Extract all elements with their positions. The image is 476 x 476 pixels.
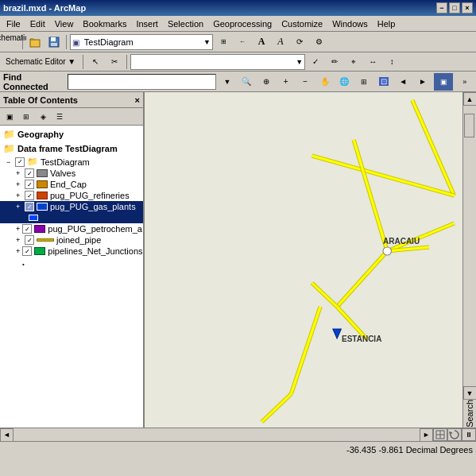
endcap-checkbox[interactable]: ✓ [25, 180, 34, 189]
toc-close[interactable]: × [135, 95, 140, 105]
toc-petrochem[interactable]: + ✓ pug_PUG_petrochem_a [0, 223, 143, 234]
zoom-out[interactable]: − [297, 73, 314, 91]
flip2-btn[interactable]: ↕ [383, 53, 401, 71]
find-dropdown[interactable]: ▼ [219, 73, 236, 91]
fullext-tool[interactable]: ⊞ [356, 73, 373, 91]
more-tools[interactable]: » [456, 73, 473, 91]
petrochem-symbol [34, 225, 45, 233]
validate-btn[interactable]: ✓ [307, 53, 324, 71]
tool2-btn[interactable]: ✂ [106, 53, 123, 71]
junctions-checkbox[interactable]: ✓ [22, 246, 32, 256]
separator2 [66, 35, 67, 49]
save-btn[interactable] [45, 33, 63, 51]
gasplants-checkbox[interactable]: ✓ [25, 202, 34, 211]
bottom-scrollbar: ◄ ► II [0, 428, 476, 441]
petrochem-label: pug_PUG_petrochem_a [48, 224, 142, 234]
schematic-editor-label: Schematic Editor ▼ [6, 57, 75, 66]
title-text: brazil.mxd - ArcMap [3, 3, 86, 13]
dataframe-icon: 📁 [3, 143, 15, 154]
schematic-dropdown-btn[interactable]: Schematic ▼ [2, 33, 19, 51]
sep3 [83, 55, 83, 69]
refresh-btn[interactable]: ⟳ [291, 33, 308, 51]
toc-btn2[interactable]: ⊞ [18, 110, 34, 124]
text-btn[interactable]: A [253, 33, 270, 51]
diagram-value: ▣ TestDiagram [72, 37, 203, 47]
refineries-checkbox[interactable]: ✓ [25, 191, 34, 200]
estancia-label: ESTANCIA [342, 335, 381, 343]
scroll-thumb-v[interactable] [464, 114, 474, 137]
arrow-btn[interactable]: ↖ [87, 53, 104, 71]
toc-testdiagram[interactable]: − ✓ 📁 TestDiagram [0, 156, 143, 168]
menu-selection[interactable]: Selection [163, 17, 208, 30]
find-tool2[interactable]: ⊕ [258, 73, 275, 91]
map-area[interactable]: ARACAIU ESTANCIA [145, 92, 462, 428]
menu-help[interactable]: Help [373, 17, 401, 30]
menu-geoprocessing[interactable]: Geoprocessing [208, 17, 277, 30]
nav-back[interactable]: ◄ [395, 73, 412, 91]
toc-title: Table Of Contents [3, 95, 78, 105]
text2-btn[interactable]: A [272, 33, 289, 51]
toc-btn4[interactable]: ☰ [52, 110, 68, 124]
schematic-editor-dropdown[interactable]: Schematic Editor ▼ [2, 53, 79, 71]
status-btn2[interactable] [447, 428, 462, 441]
minimize-button[interactable]: − [436, 2, 447, 14]
schematic-toolbar: Schematic ▼ ▣ TestDiagram ▼ ⊞ ← A A ⟳ ⚙ [0, 32, 476, 52]
zoom-prev-btn[interactable]: ← [234, 33, 251, 51]
nav-fwd[interactable]: ► [415, 73, 431, 91]
zoom-in[interactable]: + [277, 73, 294, 91]
right-scrollbar: ▲ ▼ Search [462, 92, 476, 428]
toc-valves[interactable]: + ✓ Valves [0, 168, 143, 179]
folder-icon [29, 37, 41, 48]
main-content: Table Of Contents × ▣ ⊞ ◈ ☰ 📁 Geography … [0, 92, 476, 428]
toc-btn1[interactable]: ▣ [2, 110, 17, 124]
testdiagram-checkbox[interactable]: ✓ [15, 157, 25, 167]
pan-tool[interactable]: ✋ [317, 73, 334, 91]
find-input[interactable] [68, 74, 215, 90]
menu-view[interactable]: View [50, 17, 79, 30]
diagram-dropdown[interactable]: ▣ TestDiagram ▼ [70, 34, 213, 50]
edit2-btn[interactable]: ⌖ [345, 53, 362, 71]
gasplants-subsymbol [29, 215, 38, 221]
joinedpipe-checkbox[interactable]: ✓ [25, 235, 34, 245]
schematic-editor-toolbar: Schematic Editor ▼ ↖ ✂ ▼ ✓ ✏ ⌖ ↔ ↕ [0, 52, 476, 72]
find-tool1[interactable]: 🔍 [238, 73, 255, 91]
search-tab[interactable]: Search [463, 400, 477, 428]
scroll-right-btn[interactable]: ► [420, 428, 433, 442]
menu-windows[interactable]: Windows [327, 17, 373, 30]
status-bar: -36.435 -9.861 Decimal Degrees [0, 441, 476, 457]
petrochem-checkbox[interactable]: ✓ [22, 224, 32, 234]
title-bar-controls: − □ × [436, 2, 473, 14]
toc-endcap[interactable]: + ✓ End_Cap [0, 179, 143, 190]
pipeline-diagram [145, 92, 462, 428]
menu-bookmarks[interactable]: Bookmarks [78, 17, 131, 30]
scroll-left-btn[interactable]: ◄ [0, 428, 14, 442]
settings-btn[interactable]: ⚙ [310, 33, 327, 51]
toc-gasplants[interactable]: + ✓ pug_PUG_gas_plants [0, 201, 143, 212]
toc-junctions[interactable]: + ✓ pipelines_Net_Junctions [0, 246, 143, 257]
scroll-up-btn[interactable]: ▲ [463, 92, 477, 106]
select-tool[interactable]: ⊡ [375, 73, 392, 91]
maximize-button[interactable]: □ [449, 2, 460, 14]
close-button[interactable]: × [462, 2, 473, 14]
separator [22, 35, 23, 49]
scroll-down-btn[interactable]: ▼ [463, 386, 477, 400]
menu-insert[interactable]: Insert [131, 17, 163, 30]
status-btn1[interactable] [433, 428, 447, 441]
toc-refineries[interactable]: + ✓ pug_PUG_refineries [0, 190, 143, 201]
toc-btn3[interactable]: ◈ [35, 110, 51, 124]
extra-tool[interactable]: ▣ [434, 73, 453, 91]
menu-customize[interactable]: Customize [277, 17, 327, 30]
status-btn3[interactable]: II [462, 428, 476, 441]
search-tab-label: Search [465, 400, 474, 428]
flip-btn[interactable]: ↔ [364, 53, 381, 71]
zoom-full-btn[interactable]: ⊞ [215, 33, 232, 51]
globe-tool[interactable]: 🌐 [336, 73, 353, 91]
menu-file[interactable]: File [2, 17, 25, 30]
menu-edit[interactable]: Edit [25, 17, 50, 30]
open-btn[interactable] [26, 33, 44, 51]
valves-checkbox[interactable]: ✓ [25, 168, 34, 178]
edit-btn[interactable]: ✏ [326, 53, 343, 71]
editor-mode-dropdown[interactable]: ▼ [130, 54, 305, 70]
toc-joinedpipe[interactable]: + ✓ joined_pipe [0, 234, 143, 246]
scroll-track-v [464, 106, 476, 386]
